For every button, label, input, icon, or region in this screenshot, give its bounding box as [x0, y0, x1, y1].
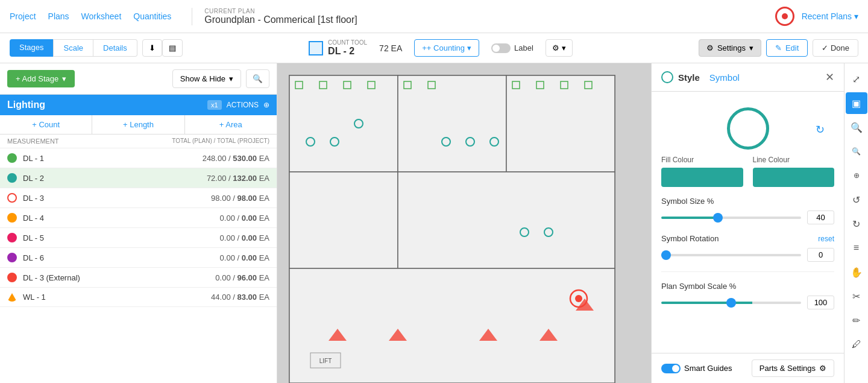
symbol-rotation-slider[interactable]	[661, 254, 801, 256]
lighting-header: Lighting x1 ACTIONS ⊕	[0, 95, 277, 115]
nav-plans[interactable]: Plans	[48, 11, 69, 21]
gear-icon: ⚙	[819, 364, 826, 373]
row-name: DL - 3	[23, 194, 211, 203]
table-row[interactable]: DL - 2 72.00 / 132.00 EA	[0, 168, 277, 188]
area-button[interactable]: + Area	[185, 115, 277, 134]
table-row[interactable]: WL - 1 44.00 / 83.00 EA	[0, 288, 277, 307]
table-row[interactable]: DL - 3 98.00 / 98.00 EA	[0, 188, 277, 208]
layers-icon[interactable]: ▣	[846, 92, 867, 114]
label-toggle-area: Label	[491, 43, 533, 53]
zoom-out-icon[interactable]: 🔍	[846, 141, 867, 162]
panel-icon: ▤	[169, 43, 176, 52]
table-row[interactable]: DL - 4 0.00 / 0.00 EA	[0, 208, 277, 228]
table-row[interactable]: DL - 1 248.00 / 530.00 EA	[0, 148, 277, 168]
redo-icon[interactable]: ↻	[846, 213, 867, 235]
length-button[interactable]: + Length	[92, 115, 184, 134]
smart-guides-label: Smart Guides	[684, 364, 732, 373]
symbol-size-input[interactable]: 40	[807, 210, 834, 224]
tab-details[interactable]: Details	[93, 39, 137, 57]
done-button[interactable]: ✓ Done	[813, 39, 858, 57]
row-values: 0.00 / 0.00 EA	[220, 233, 269, 242]
plan-symbol-scale-label: Plan Symbol Scale %	[661, 282, 736, 291]
plan-symbol-scale-section: Plan Symbol Scale % 100	[661, 271, 834, 309]
measurements-list: DL - 1 248.00 / 530.00 EA DL - 2 72.00 /…	[0, 148, 277, 383]
svg-rect-6	[398, 172, 615, 268]
location-pin-icon[interactable]	[775, 7, 794, 26]
counting-button[interactable]: + + Counting ▾	[414, 39, 479, 57]
settings-button[interactable]: ⚙ Settings ▾	[699, 39, 761, 57]
smart-guides-switch[interactable]	[661, 364, 681, 373]
parts-settings-button[interactable]: Parts & Settings ⚙	[752, 359, 834, 377]
label-toggle-switch[interactable]	[491, 43, 511, 53]
right-panel: Style Symbol ✕ ↻ Fill Colour Line Colour	[651, 63, 844, 383]
panel-icon-button[interactable]: ▤	[162, 39, 183, 57]
color-indicator	[7, 233, 17, 242]
svg-rect-2	[289, 75, 398, 172]
table-row[interactable]: DL - 3 (External) 0.00 / 96.00 EA	[0, 268, 277, 288]
nav-worksheet[interactable]: Worksheet	[81, 11, 122, 21]
row-name: DL - 1	[23, 154, 203, 163]
symbol-rotation-label: Symbol Rotation	[661, 234, 719, 243]
row-values: 0.00 / 96.00 EA	[215, 273, 269, 282]
row-values: 98.00 / 98.00 EA	[211, 194, 269, 203]
tab-stages[interactable]: Stages	[10, 39, 53, 57]
pencil-icon[interactable]: ✏	[846, 309, 867, 331]
color-indicator	[7, 153, 17, 163]
map-area[interactable]: LIFT	[277, 63, 651, 383]
tab-scale[interactable]: Scale	[53, 39, 93, 57]
fill-colour-swatch[interactable]	[661, 168, 743, 187]
symbol-circle-preview	[727, 107, 769, 150]
svg-rect-4	[506, 75, 615, 172]
expand-icon[interactable]: ⤢	[846, 68, 867, 90]
search-button[interactable]: 🔍	[246, 69, 269, 88]
smart-guides-toggle: Smart Guides	[661, 364, 732, 373]
count-tool-label: COUNT TOOL	[328, 39, 367, 46]
zoom-in-icon[interactable]: 🔍	[846, 116, 867, 138]
save-icon-button[interactable]: ⬇	[142, 39, 162, 57]
chevron-down-icon: ▾	[749, 43, 753, 52]
settings-icon: ⚙	[706, 43, 714, 52]
svg-point-32	[575, 295, 582, 302]
row-name: DL - 2	[23, 174, 207, 183]
symbol-size-label: Symbol Size %	[661, 197, 714, 206]
line-colour-label: Line Colour	[753, 156, 835, 164]
row-values: 44.00 / 83.00 EA	[211, 293, 269, 302]
marker-icon[interactable]: 🖊	[846, 334, 867, 355]
zoom-fit-icon[interactable]: ⊕	[846, 165, 867, 186]
table-row[interactable]: DL - 6 0.00 / 0.00 EA	[0, 248, 277, 268]
symbol-size-slider[interactable]	[661, 217, 801, 219]
svg-rect-5	[289, 172, 398, 268]
nav-quantities[interactable]: Quantities	[133, 11, 171, 21]
gear-button[interactable]: ⚙ ▾	[546, 39, 573, 57]
nav-project[interactable]: Project	[10, 11, 36, 21]
chevron-down-icon: ▾	[467, 43, 471, 52]
show-hide-button[interactable]: Show & Hide ▾	[172, 69, 241, 88]
tab-symbol[interactable]: Symbol	[709, 72, 740, 83]
symbol-rotation-input[interactable]: 0	[807, 248, 834, 262]
undo-icon[interactable]: ↺	[846, 189, 867, 210]
top-nav: Project Plans Worksheet Quantities CURRE…	[0, 0, 868, 33]
line-colour-swatch[interactable]	[753, 168, 835, 187]
count-button[interactable]: + Count	[0, 115, 92, 134]
lighting-title: Lighting	[7, 100, 45, 110]
pen-icon[interactable]: ✂	[846, 285, 867, 307]
count-tool-value: DL - 2	[328, 46, 367, 57]
plan-symbol-scale-slider[interactable]	[661, 302, 801, 304]
stage-tabs: Stages Scale Details	[10, 39, 137, 57]
row-name: WL - 1	[23, 293, 211, 302]
add-stage-button[interactable]: + Add Stage ▾	[7, 70, 75, 87]
reset-link[interactable]: reset	[818, 235, 834, 243]
row-name: DL - 3 (External)	[23, 273, 215, 282]
table-row[interactable]: DL - 5 0.00 / 0.00 EA	[0, 228, 277, 248]
tab-style[interactable]: Style	[678, 72, 700, 83]
edit-button[interactable]: ✎ Edit	[766, 39, 808, 57]
plan-symbol-scale-input[interactable]: 100	[807, 296, 834, 309]
refresh-button[interactable]: ↻	[816, 123, 825, 136]
recent-plans-button[interactable]: Recent Plans ▾	[802, 11, 858, 21]
line-colour-section: Line Colour	[753, 156, 835, 187]
style-symbol-preview-small	[661, 71, 673, 83]
list-icon[interactable]: ≡	[846, 237, 867, 259]
hand-icon[interactable]: ✋	[846, 261, 867, 283]
close-button[interactable]: ✕	[825, 71, 834, 84]
plus-icon: +	[422, 43, 427, 52]
